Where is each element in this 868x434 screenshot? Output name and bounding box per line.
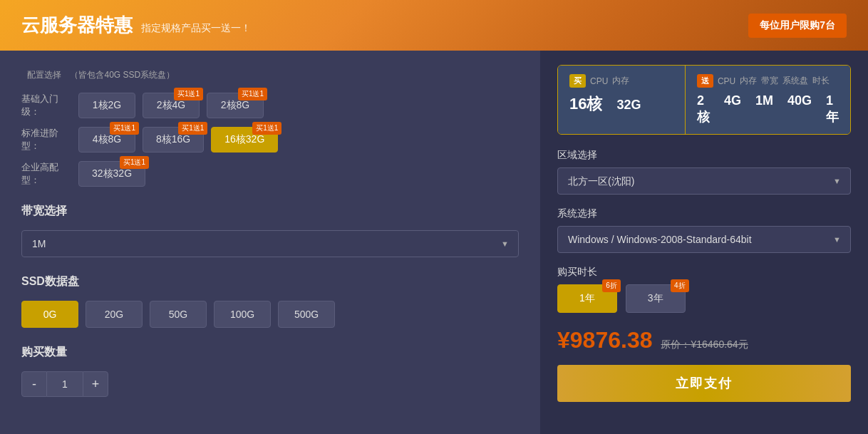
bandwidth-section: 带宽选择 1M 2M 5M 10M (21, 204, 519, 257)
summary-send: 送 CPU 内存 带宽 系统盘 时长 2核 4G 1M 40G 1年 (686, 66, 850, 134)
system-dropdown-wrapper: Windows / Windows-2008-Standard-64bit Ce… (557, 226, 851, 253)
banner-subtitle: 指定规格产品买一送一！ (141, 22, 251, 35)
duration-1year[interactable]: 1年 6折 (557, 284, 617, 313)
price-section: ¥9876.38 原价：¥16460.64元 (557, 327, 851, 353)
system-label: 系统选择 (557, 207, 851, 220)
config-4c8g[interactable]: 4核8G 买1送1 (78, 127, 135, 153)
send-mem-value: 4G (724, 93, 741, 108)
ssd-50g[interactable]: 50G (150, 301, 207, 328)
bandwidth-select[interactable]: 1M 2M 5M 10M (21, 230, 519, 257)
badge-8c16g: 买1送1 (178, 122, 207, 135)
summary-buy-values: 16核 32G (569, 93, 673, 115)
quantity-title: 购买数量 (21, 345, 519, 360)
enterprise-level-label: 企业高配型： (21, 161, 71, 187)
ssd-0g[interactable]: 0G (21, 301, 78, 328)
main-content: 配置选择 （皆包含40G SSD系统盘） 基础入门级： 1核2G 2核4G 买1… (0, 51, 868, 434)
ssd-500g[interactable]: 500G (278, 301, 335, 328)
summary-buy: 买 CPU 内存 16核 32G (558, 66, 686, 134)
price-original: 原价：¥16460.64元 (661, 339, 748, 351)
standard-level-label: 标准进阶型： (21, 127, 71, 153)
duration-options: 1年 6折 3年 4折 (557, 284, 851, 313)
ssd-section: SSD数据盘 0G 20G 50G 100G 500G (21, 274, 519, 328)
ssd-20g[interactable]: 20G (86, 301, 143, 328)
quantity-plus-button[interactable]: + (83, 371, 108, 397)
quantity-section: 购买数量 - + (21, 345, 519, 397)
config-2c8g[interactable]: 2核8G 买1送1 (207, 93, 264, 118)
config-8c16g[interactable]: 8核16G 买1送1 (143, 127, 204, 153)
config-section-title: 配置选择 （皆包含40G SSD系统盘） (21, 68, 519, 81)
standard-level-row: 标准进阶型： 4核8G 买1送1 8核16G 买1送1 16核32G 买1送1 (21, 127, 519, 153)
config-32c32g[interactable]: 32核32G 买1送1 (78, 161, 145, 187)
price-main: ¥9876.38 (557, 327, 652, 353)
region-select[interactable]: 北方一区(沈阳) 北方二区(北京) 南方一区(广州) 南方二区(上海) (557, 167, 851, 195)
pay-button[interactable]: 立即支付 (557, 365, 851, 402)
buy-cpu-label: CPU (590, 76, 608, 86)
basic-level-row: 基础入门级： 1核2G 2核4G 买1送1 2核8G 买1送1 (21, 93, 519, 118)
summary-send-header: 送 CPU 内存 带宽 系统盘 时长 (697, 74, 839, 88)
badge-32c32g: 买1送1 (120, 156, 149, 169)
bandwidth-title: 带宽选择 (21, 204, 519, 219)
badge-2c4g: 买1送1 (174, 88, 203, 100)
badge-3year: 4折 (671, 279, 689, 292)
banner-title: 云服务器特惠 (21, 13, 133, 38)
config-summary: 买 CPU 内存 16核 32G 送 CPU 内存 带宽 系统盘 时长 (557, 65, 851, 135)
buy-tag: 买 (569, 74, 586, 88)
ssd-title: SSD数据盘 (21, 274, 519, 289)
buy-mem-value: 32G (616, 98, 641, 113)
send-disk-value: 40G (787, 93, 812, 108)
send-disk-label: 系统盘 (782, 75, 808, 87)
send-mem-label: 内存 (740, 75, 757, 87)
duration-section: 购买时长 1年 6折 3年 4折 (557, 266, 851, 313)
quantity-minus-button[interactable]: - (21, 371, 47, 397)
enterprise-config-options: 32核32G 买1送1 (78, 161, 145, 187)
header-banner: 云服务器特惠 指定规格产品买一送一！ 每位用户限购7台 (0, 0, 868, 51)
config-1c2g[interactable]: 1核2G (78, 93, 135, 118)
region-section: 区域选择 北方一区(沈阳) 北方二区(北京) 南方一区(广州) 南方二区(上海) (557, 149, 851, 195)
buy-mem-label: 内存 (612, 75, 629, 87)
region-label: 区域选择 (557, 149, 851, 162)
duration-label: 购买时长 (557, 266, 851, 279)
config-section: 配置选择 （皆包含40G SSD系统盘） 基础入门级： 1核2G 2核4G 买1… (21, 68, 519, 187)
duration-3year[interactable]: 3年 4折 (626, 284, 686, 313)
banner-title-area: 云服务器特惠 指定规格产品买一送一！ (21, 13, 251, 38)
buy-cpu-value: 16核 (569, 93, 602, 115)
summary-buy-header: 买 CPU 内存 (569, 74, 673, 88)
badge-1year: 6折 (602, 279, 621, 292)
quantity-input[interactable] (47, 371, 83, 397)
summary-send-values: 2核 4G 1M 40G 1年 (697, 93, 839, 125)
send-duration-label: 时长 (812, 75, 830, 87)
send-bw-label: 带宽 (761, 75, 778, 87)
config-2c4g[interactable]: 2核4G 买1送1 (143, 93, 200, 118)
left-panel: 配置选择 （皆包含40G SSD系统盘） 基础入门级： 1核2G 2核4G 买1… (0, 51, 540, 434)
system-section: 系统选择 Windows / Windows-2008-Standard-64b… (557, 207, 851, 253)
send-cpu-value: 2核 (697, 93, 710, 125)
bandwidth-dropdown-wrapper: 1M 2M 5M 10M (21, 230, 519, 257)
send-cpu-label: CPU (718, 76, 735, 86)
badge-16c32g: 买1送1 (252, 122, 281, 135)
right-panel: 买 CPU 内存 16核 32G 送 CPU 内存 带宽 系统盘 时长 (540, 51, 868, 434)
config-16c32g[interactable]: 16核32G 买1送1 (211, 127, 278, 153)
badge-4c8g: 买1送1 (110, 122, 139, 135)
limit-badge: 每位用户限购7台 (748, 14, 847, 38)
standard-config-options: 4核8G 买1送1 8核16G 买1送1 16核32G 买1送1 (78, 127, 278, 153)
send-duration-value: 1年 (826, 93, 839, 125)
badge-2c8g: 买1送1 (238, 88, 267, 100)
ssd-100g[interactable]: 100G (214, 301, 271, 328)
basic-config-options: 1核2G 2核4G 买1送1 2核8G 买1送1 (78, 93, 264, 118)
region-dropdown-wrapper: 北方一区(沈阳) 北方二区(北京) 南方一区(广州) 南方二区(上海) (557, 167, 851, 195)
system-select[interactable]: Windows / Windows-2008-Standard-64bit Ce… (557, 226, 851, 253)
send-tag: 送 (697, 74, 713, 88)
quantity-control: - + (21, 371, 519, 397)
ssd-options: 0G 20G 50G 100G 500G (21, 301, 519, 328)
send-bw-value: 1M (755, 93, 773, 108)
basic-level-label: 基础入门级： (21, 93, 71, 118)
enterprise-level-row: 企业高配型： 32核32G 买1送1 (21, 161, 519, 187)
